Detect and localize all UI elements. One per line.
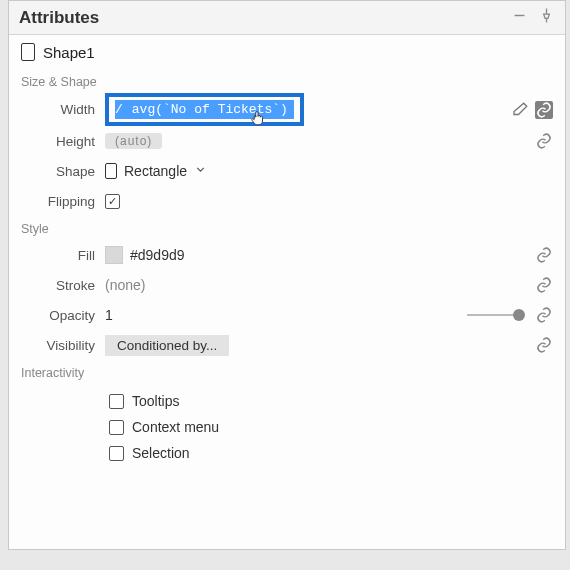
- visibility-button[interactable]: Conditioned by...: [105, 335, 229, 356]
- prop-shape-row: Shape Rectangle: [9, 156, 565, 186]
- prop-width-value[interactable]: / avg(`No of Tickets`): [105, 93, 511, 126]
- width-highlight-box: / avg(`No of Tickets`): [105, 93, 304, 126]
- link-icon[interactable]: [535, 276, 553, 294]
- rectangle-icon: [105, 163, 117, 179]
- interactivity-list: Tooltips Context menu Selection: [9, 384, 565, 466]
- width-formula-text: avg(`No of Tickets`): [126, 100, 294, 119]
- background-axis-labels: [0, 0, 8, 570]
- prop-stroke-value[interactable]: (none): [105, 277, 535, 293]
- fill-swatch[interactable]: [105, 246, 123, 264]
- prop-stroke-label: Stroke: [9, 278, 105, 293]
- prop-stroke-row: Stroke (none): [9, 270, 565, 300]
- prop-opacity-label: Opacity: [9, 308, 105, 323]
- object-row[interactable]: Shape1: [9, 35, 565, 69]
- prop-height-row: Height (auto): [9, 126, 565, 156]
- eraser-icon[interactable]: [511, 101, 529, 119]
- context-menu-item[interactable]: Context menu: [109, 414, 565, 440]
- link-icon[interactable]: [535, 101, 553, 119]
- prop-visibility-label: Visibility: [9, 338, 105, 353]
- shape-type-text: Rectangle: [124, 163, 187, 179]
- section-style: Style: [9, 216, 565, 240]
- selection-checkbox[interactable]: [109, 446, 124, 461]
- prop-fill-row: Fill #d9d9d9: [9, 240, 565, 270]
- minimize-icon[interactable]: [511, 7, 528, 28]
- height-auto-pill: (auto): [105, 133, 162, 149]
- context-menu-checkbox[interactable]: [109, 420, 124, 435]
- link-icon[interactable]: [535, 306, 553, 324]
- context-menu-label: Context menu: [132, 419, 219, 435]
- panel-header: Attributes: [9, 1, 565, 35]
- link-icon[interactable]: [535, 246, 553, 264]
- link-icon[interactable]: [535, 336, 553, 354]
- prop-opacity-value[interactable]: 1: [105, 307, 467, 323]
- section-interactivity: Interactivity: [9, 360, 565, 384]
- prop-fill-label: Fill: [9, 248, 105, 263]
- fill-hex-text: #d9d9d9: [130, 247, 185, 263]
- prop-visibility-row: Visibility Conditioned by...: [9, 330, 565, 360]
- prop-height-value[interactable]: (auto): [105, 133, 535, 149]
- selection-label: Selection: [132, 445, 190, 461]
- attributes-panel: Attributes Shape1 Size & Shape Width / a…: [8, 0, 566, 550]
- prop-flipping-row: Flipping: [9, 186, 565, 216]
- object-name: Shape1: [43, 44, 95, 61]
- prop-shape-label: Shape: [9, 164, 105, 179]
- panel-title: Attributes: [19, 8, 511, 28]
- prop-flipping-label: Flipping: [9, 194, 105, 209]
- flipping-checkbox[interactable]: [105, 194, 120, 209]
- section-size-shape: Size & Shape: [9, 69, 565, 93]
- prop-shape-value[interactable]: Rectangle: [105, 163, 553, 179]
- pin-icon[interactable]: [538, 7, 555, 28]
- shape-object-icon: [21, 43, 35, 61]
- tooltips-item[interactable]: Tooltips: [109, 388, 565, 414]
- link-icon[interactable]: [535, 132, 553, 150]
- prop-width-row: Width / avg(`No of Tickets`): [9, 93, 565, 126]
- prop-opacity-row: Opacity 1: [9, 300, 565, 330]
- slider-thumb[interactable]: [513, 309, 525, 321]
- selection-item[interactable]: Selection: [109, 440, 565, 466]
- prop-width-label: Width: [9, 102, 105, 117]
- opacity-slider[interactable]: [467, 314, 523, 316]
- chevron-down-icon[interactable]: [194, 163, 207, 179]
- tooltips-label: Tooltips: [132, 393, 179, 409]
- header-actions: [511, 7, 555, 28]
- tooltips-checkbox[interactable]: [109, 394, 124, 409]
- prop-fill-value[interactable]: #d9d9d9: [105, 246, 535, 264]
- stroke-value-text: (none): [105, 277, 145, 293]
- prop-height-label: Height: [9, 134, 105, 149]
- opacity-value-text: 1: [105, 307, 113, 323]
